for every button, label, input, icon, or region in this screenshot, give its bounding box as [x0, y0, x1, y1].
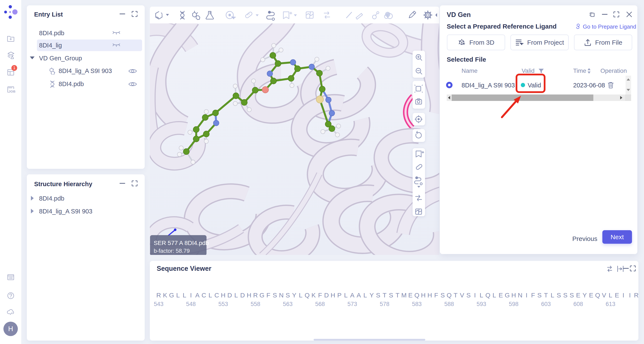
svg-text:SER 577 A 8DI4.pdb: SER 577 A 8DI4.pdb: [154, 240, 209, 246]
svg-text:b-factor: 58.79: b-factor: 58.79: [154, 248, 190, 254]
